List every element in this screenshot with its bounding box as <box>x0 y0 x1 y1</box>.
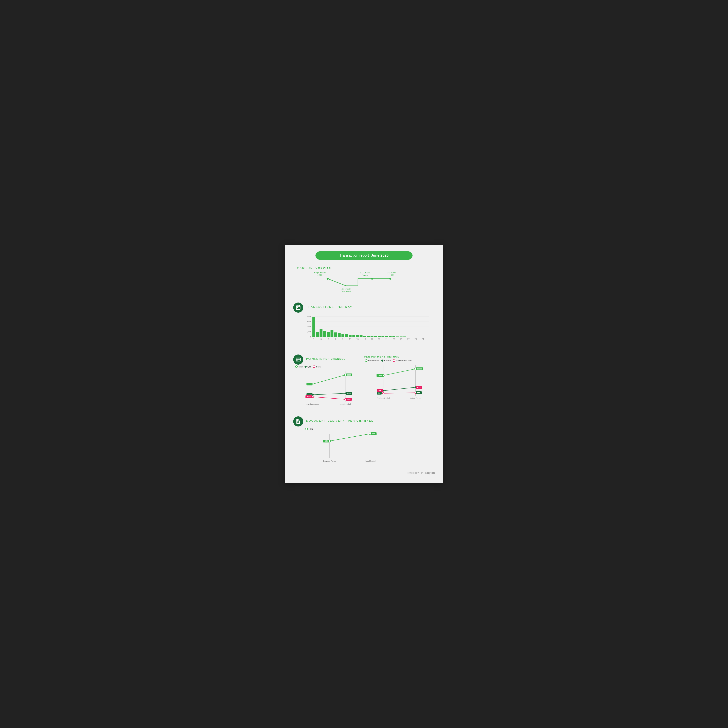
svg-marker-129 <box>421 472 423 474</box>
svg-text:29: 29 <box>414 338 417 340</box>
datylon-logo: datylon <box>420 471 435 475</box>
svg-text:17: 17 <box>371 338 373 340</box>
svg-text:100 Credits: 100 Credits <box>341 288 351 290</box>
transactions-icon <box>293 303 303 313</box>
legend-sms: SMS <box>313 366 321 368</box>
prepaid-section: PREPAID CREDITS Begin Status = 500 100 C… <box>293 266 435 298</box>
header-banner: Transaction report June 2020 <box>315 251 413 260</box>
header-title: June 2020 <box>371 253 388 257</box>
svg-rect-37 <box>371 336 373 337</box>
svg-line-73 <box>313 393 346 395</box>
payments-channel-title: PAYMENTS PER CHANNEL <box>306 358 346 360</box>
svg-text:25: 25 <box>400 338 402 340</box>
legend-bancontact: Bancontact <box>365 359 379 362</box>
svg-rect-21 <box>312 317 315 337</box>
svg-text:500: 500 <box>372 433 375 435</box>
svg-text:9000: 9000 <box>347 374 351 376</box>
report-page: Transaction report June 2020 PREPAID CRE… <box>285 245 443 483</box>
svg-rect-27 <box>334 332 337 337</box>
payments-method-title: PER PAYMENT METHOD <box>364 355 435 358</box>
svg-text:0: 0 <box>310 336 311 338</box>
payments-section: PAYMENTS PER CHANNEL Mail QR SMS <box>293 355 435 411</box>
svg-rect-35 <box>363 336 366 337</box>
prepaid-chart: Begin Status = 500 100 Credits Consumed … <box>301 271 431 297</box>
legend-qr: QR <box>304 366 311 368</box>
svg-point-78 <box>344 399 346 400</box>
svg-rect-32 <box>352 335 355 337</box>
svg-text:2000: 2000 <box>347 392 351 394</box>
svg-text:= 500: = 500 <box>317 274 323 276</box>
svg-rect-25 <box>327 332 330 337</box>
qr-dot <box>304 366 307 368</box>
svg-text:1: 1 <box>313 338 315 340</box>
svg-point-72 <box>344 374 346 376</box>
svg-rect-41 <box>385 336 388 337</box>
svg-text:350: 350 <box>324 440 327 442</box>
method-line-chart: 7500 10000 250 1500 50 500 <box>365 363 434 404</box>
svg-point-102 <box>382 393 384 394</box>
svg-point-3 <box>371 278 373 280</box>
svg-text:Bought: Bought <box>362 274 368 276</box>
svg-text:800: 800 <box>307 315 311 318</box>
svg-rect-39 <box>378 336 381 337</box>
svg-text:End Status =: End Status = <box>387 272 398 274</box>
svg-text:3: 3 <box>321 338 322 340</box>
document-title: DOCUMENT DELIVERY PER CHANNEL <box>306 419 373 422</box>
svg-rect-23 <box>320 329 323 337</box>
klarna-dot <box>381 359 384 362</box>
svg-rect-44 <box>396 336 399 337</box>
svg-rect-38 <box>374 336 377 337</box>
sms-dot <box>313 366 315 368</box>
svg-line-120 <box>330 434 370 441</box>
svg-line-101 <box>383 393 416 393</box>
svg-point-4 <box>389 278 391 280</box>
svg-text:500: 500 <box>417 392 420 394</box>
svg-rect-40 <box>382 336 384 337</box>
svg-text:9: 9 <box>343 338 344 340</box>
svg-text:27: 27 <box>407 338 410 340</box>
svg-rect-45 <box>400 336 403 337</box>
svg-rect-24 <box>323 330 326 337</box>
svg-text:7500: 7500 <box>378 374 382 376</box>
svg-text:31: 31 <box>422 338 424 340</box>
bancontact-dot <box>365 359 367 362</box>
svg-rect-42 <box>389 336 392 337</box>
prepaid-title: PREPAID CREDITS <box>297 266 331 269</box>
svg-text:13: 13 <box>356 338 359 340</box>
svg-text:15: 15 <box>364 338 366 340</box>
svg-text:7: 7 <box>335 338 336 340</box>
total-dot <box>305 428 308 430</box>
payments-method: PER PAYMENT METHOD Bancontact Klarna Pay… <box>364 355 435 411</box>
header-prefix: Transaction report <box>340 253 369 257</box>
svg-text:500: 500 <box>347 398 350 400</box>
doc-icon <box>295 419 301 424</box>
svg-line-98 <box>383 387 416 391</box>
svg-line-76 <box>313 397 346 399</box>
svg-text:50: 50 <box>378 392 380 394</box>
svg-line-70 <box>313 375 346 384</box>
legend-klarna: Klarna <box>381 359 391 362</box>
svg-rect-43 <box>393 336 395 337</box>
svg-text:400: 400 <box>307 326 311 328</box>
payments-channel-legend: Mail QR SMS <box>295 366 364 368</box>
svg-rect-30 <box>345 334 348 337</box>
svg-text:Previous Period: Previous Period <box>323 460 336 462</box>
svg-text:250: 250 <box>378 390 381 392</box>
payments-channel: PAYMENTS PER CHANNEL Mail QR SMS <box>293 355 364 411</box>
svg-rect-28 <box>338 333 341 337</box>
svg-text:21: 21 <box>385 338 388 340</box>
svg-text:19: 19 <box>378 338 381 340</box>
svg-text:200: 200 <box>307 330 311 333</box>
svg-text:Actual Period: Actual Period <box>365 460 376 462</box>
svg-rect-34 <box>360 335 362 337</box>
powered-by-text: Powered by <box>407 472 419 474</box>
svg-rect-33 <box>356 335 359 337</box>
document-line-chart: 350 500 Previous Period Actual Period <box>305 432 431 466</box>
transactions-title: TRANSACTIONS PER DAY <box>306 305 352 308</box>
svg-text:Begin Status: Begin Status <box>314 272 326 274</box>
datylon-icon <box>420 471 424 475</box>
transactions-bar-chart: 800 600 400 200 0 <box>304 315 433 348</box>
svg-text:Previous Period: Previous Period <box>307 403 320 405</box>
document-icon <box>293 416 303 427</box>
svg-rect-46 <box>404 336 406 337</box>
